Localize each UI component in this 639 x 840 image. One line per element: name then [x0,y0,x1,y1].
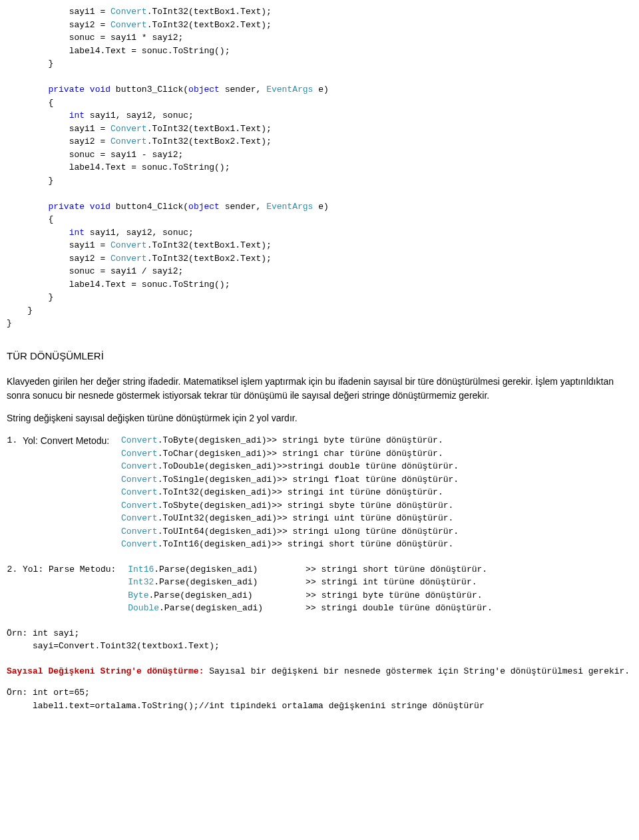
list-item: Yol: Convert Metodu: Convert.ToByte(degi… [23,434,632,551]
section-heading: TÜR DÖNÜŞÜMLERİ [7,349,632,363]
example-code: Örn: int sayi; sayi=Convert.Toint32(text… [7,627,632,653]
method-label: Yol: Parse Metodu: [23,563,122,576]
section-title: Sayısal Değişkeni String'e dönüştürme: S… [7,665,632,678]
list-item: Yol: Parse Metodu: Int16.Parse(degisken_… [23,563,632,615]
methods-list: Yol: Convert Metodu: Convert.ToByte(degi… [7,434,632,615]
code-block: sayi1 = Convert.ToInt32(textBox1.Text); … [7,5,632,330]
paragraph: String değişkeni sayısal değişken türüne… [7,411,632,425]
paragraph: Klavyeden girilen her değer string ifade… [7,375,632,402]
convert-methods: Convert.ToByte(degisken_adi)>> stringi b… [121,434,459,551]
parse-methods: Int16.Parse(degisken_adi) >> stringi sho… [128,563,492,615]
example-code: Örn: int ort=65; label1.text=ortalama.To… [7,686,632,712]
method-label: Yol: Convert Metodu: [23,434,116,448]
